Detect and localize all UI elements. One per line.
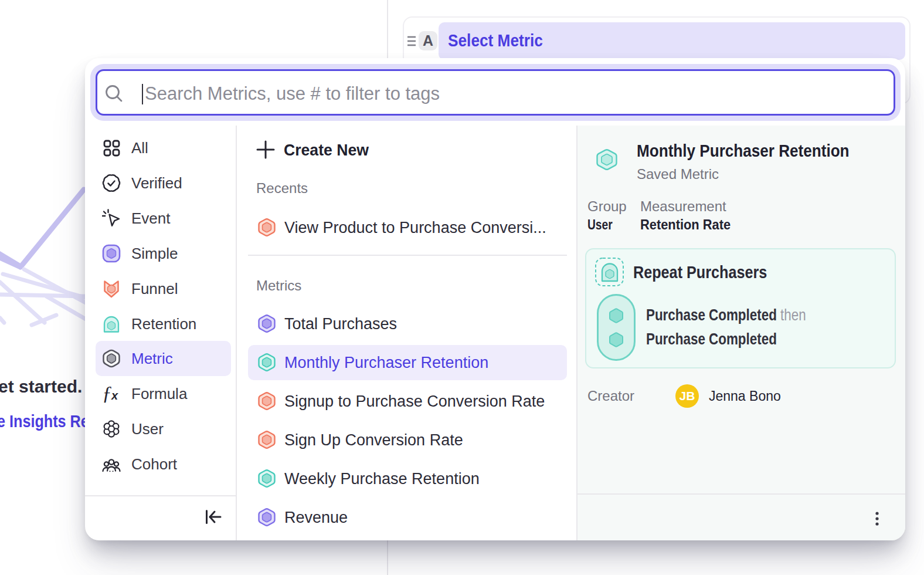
- svg-text:ƒ: ƒ: [102, 384, 112, 403]
- svg-text:x: x: [111, 389, 118, 402]
